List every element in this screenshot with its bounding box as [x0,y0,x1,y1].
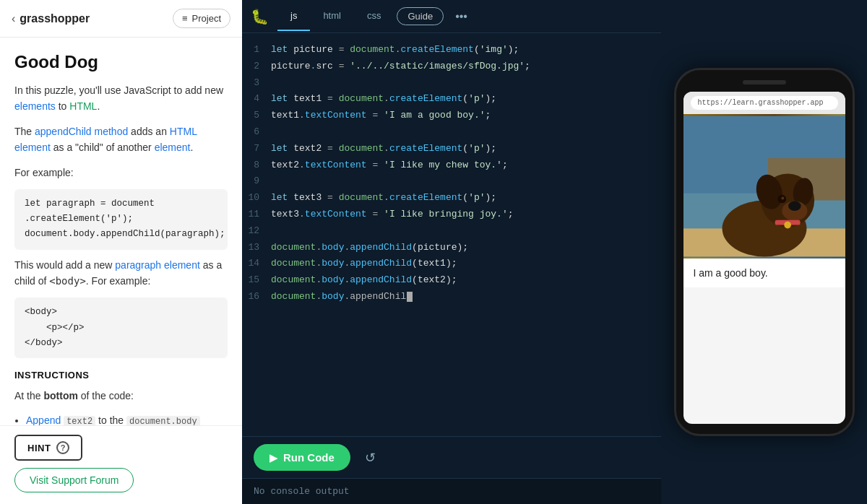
left-panel: ‹ grasshopper ≡ Project Good Dog In this… [0,0,242,504]
instruction-list: Append text2 to the document.body Append… [26,413,228,425]
code-line-11: 11 text3.textContent = 'I like bringing … [242,207,661,223]
console-text: No console output [254,486,350,497]
play-icon: ▶ [269,452,277,464]
guide-button[interactable]: Guide [397,7,444,25]
back-button[interactable]: ‹ grasshopper [12,12,90,25]
bottom-emphasis: bottom [43,390,77,401]
code-line-15: 15 document.body.appendChild(text2); [242,272,661,289]
code-line-5: 5 text1.textContent = 'I am a good boy.'… [242,108,661,124]
browser-bar: https://learn.grasshopper.app [683,92,845,114]
append-link-1[interactable]: Append [26,414,61,425]
instruction-item-1: Append text2 to the document.body [26,413,228,425]
code-line-12: 12 [242,223,661,240]
elements-link[interactable]: elements [14,100,56,112]
element-link[interactable]: element [155,142,191,153]
code-line-2: 2 picture.src = '../../static/images/sfD… [242,58,661,75]
code-line-14: 14 document.body.appendChild(text1); [242,256,661,272]
text-cursor [407,292,413,302]
phone-screen: https://learn.grasshopper.app [683,92,845,424]
tab-css[interactable]: css [354,1,394,31]
appendchild-link[interactable]: appendChild method [35,126,128,137]
project-button[interactable]: ≡ Project [173,9,230,28]
code-run-bar: ▶ Run Code ↺ [242,436,661,478]
description-para-2: The appendChild method adds an HTML elem… [14,123,228,156]
svg-point-11 [781,197,784,200]
code-editor-area[interactable]: 1 let picture = document.createElement('… [242,33,661,436]
bug-icon: 🐛 [251,8,269,25]
example-label: For example: [14,165,228,181]
code-line-1: 1 let picture = document.createElement('… [242,42,661,58]
support-label: Visit Support Forum [30,474,118,486]
back-icon: ‹ [12,12,15,25]
code-line-3: 3 [242,75,661,92]
reset-icon: ↺ [365,451,376,465]
after-example-para: This would add a new paragraph element a… [14,257,228,290]
hint-help-icon: ? [56,441,69,454]
phone-notch [743,80,786,84]
support-button[interactable]: Visit Support Forum [14,468,134,492]
code-line-13: 13 document.body.appendChild(picture); [242,240,661,256]
dog-svg [683,114,845,258]
html-example-block: <body> <p></p> </body> [14,297,228,358]
code-tabs-bar: 🐛 js html css Guide ••• [242,0,661,33]
console-output: No console output [242,478,661,504]
code-line-6: 6 [242,124,661,141]
code-line-8: 8 text2.textContent = 'I like my chew to… [242,157,661,174]
phone-panel: https://learn.grasshopper.app [661,0,867,504]
left-footer: HINT ? Visit Support Forum [0,425,242,504]
more-options-button[interactable]: ••• [449,7,473,26]
phone-frame: https://learn.grasshopper.app [674,68,855,436]
left-content: Good Dog In this puzzle, you'll use Java… [0,38,242,425]
code-line-7: 7 let text2 = document.createElement('p'… [242,141,661,157]
code-panel: 🐛 js html css Guide ••• 1 let picture = … [242,0,661,504]
tab-html[interactable]: html [310,1,354,31]
dog-caption: I am a good boy. [694,267,768,279]
code-line-16: 16 document.body.appendChil [242,289,661,305]
project-label: Project [192,13,221,24]
code-line-9: 9 [242,173,661,190]
run-code-button[interactable]: ▶ Run Code [254,444,350,471]
list-icon: ≡ [182,13,188,24]
puzzle-title: Good Dog [14,52,228,72]
paragraph-element-link[interactable]: paragraph element [115,259,200,271]
code-example-block: let paragraph = document .createElement(… [14,189,228,250]
left-header: ‹ grasshopper ≡ Project [0,0,242,38]
svg-point-9 [788,201,801,211]
hint-label: HINT [27,443,51,453]
description-para-1: In this puzzle, you'll use JavaScript to… [14,82,228,115]
svg-point-13 [784,222,791,229]
tab-js[interactable]: js [277,1,310,31]
instructions-header: INSTRUCTIONS [14,370,228,381]
reset-button[interactable]: ↺ [359,447,381,469]
html-link[interactable]: HTML [69,100,97,112]
code-line-10: 10 let text3 = document.createElement('p… [242,190,661,207]
url-bar: https://learn.grasshopper.app [691,96,838,110]
code-line-4: 4 let text1 = document.createElement('p'… [242,91,661,108]
run-label: Run Code [283,451,335,464]
instructions-intro: At the bottom of the code: [14,388,228,404]
phone-text: I am a good boy. [683,258,845,287]
phone-content: I am a good boy. [683,114,845,287]
hint-button[interactable]: HINT ? [14,435,82,461]
url-text: https://learn.grasshopper.app [698,99,824,107]
dog-image [683,114,845,258]
app-name: grasshopper [20,12,90,25]
